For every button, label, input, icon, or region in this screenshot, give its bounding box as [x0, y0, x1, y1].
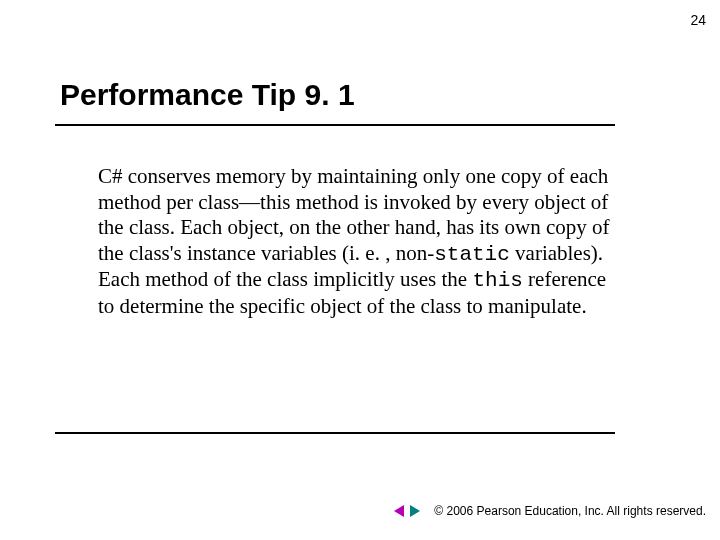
svg-marker-0 [394, 505, 404, 517]
svg-marker-1 [410, 505, 420, 517]
divider-bottom [55, 432, 615, 434]
slide-title: Performance Tip 9. 1 [60, 78, 355, 112]
code-static: static [434, 243, 510, 266]
nav-icons [392, 504, 422, 518]
page-number: 24 [690, 12, 706, 28]
footer: © 2006 Pearson Education, Inc. All right… [392, 504, 706, 518]
nav-prev-icon[interactable] [392, 504, 406, 518]
body-text: C# conserves memory by maintaining only … [98, 164, 618, 320]
divider-top [55, 124, 615, 126]
copyright-text: © 2006 Pearson Education, Inc. All right… [434, 504, 706, 518]
code-this: this [472, 269, 522, 292]
nav-next-icon[interactable] [408, 504, 422, 518]
